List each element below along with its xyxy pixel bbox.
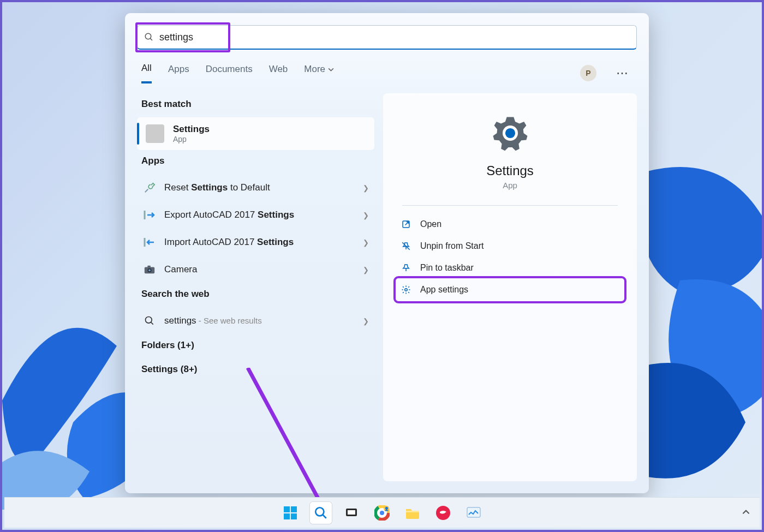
taskbar-search-button[interactable]: [309, 501, 332, 524]
svg-rect-22: [348, 510, 355, 515]
svg-text:👤: 👤: [384, 506, 389, 511]
taskview-button[interactable]: [340, 501, 363, 524]
best-match-subtitle: App: [173, 135, 210, 144]
start-button[interactable]: [279, 501, 302, 524]
explorer-icon: [405, 506, 420, 520]
section-best-match: Best match: [137, 93, 374, 117]
svg-rect-5: [147, 266, 151, 268]
app-result-label: Export AutoCAD 2017 Settings: [164, 210, 355, 220]
tab-all[interactable]: All: [141, 63, 152, 83]
action-label: App settings: [420, 285, 468, 295]
section-apps: Apps: [137, 150, 374, 174]
tab-web[interactable]: Web: [269, 64, 288, 82]
svg-point-12: [405, 289, 408, 291]
pin-icon: [401, 262, 411, 273]
chevron-down-icon: [328, 67, 334, 73]
web-result-label: settings - See web results: [164, 315, 355, 326]
chevron-right-icon: ❯: [363, 266, 369, 274]
action-label: Unpin from Start: [420, 241, 484, 251]
export-icon: [142, 208, 157, 222]
app-result-label: Reset Settings to Default: [164, 182, 355, 193]
detail-actions: Open Unpin from Start Pin to taskbar: [393, 213, 627, 301]
taskbar-explorer[interactable]: [401, 501, 424, 524]
svg-point-19: [315, 507, 324, 516]
search-tabs: All Apps Documents Web More P ⋯: [125, 55, 649, 83]
tab-apps[interactable]: Apps: [168, 64, 189, 82]
detail-separator: [402, 205, 618, 206]
svg-line-7: [151, 322, 153, 325]
best-match-item[interactable]: Settings App: [137, 117, 374, 150]
search-input[interactable]: [159, 32, 630, 43]
chevron-right-icon: ❯: [363, 238, 369, 247]
overflow-menu-button[interactable]: ⋯: [613, 66, 632, 80]
results-column: Best match Settings App Apps Reset Setti…: [137, 93, 374, 481]
import-icon: [142, 235, 157, 249]
app-result-label: Import AutoCAD 2017 Settings: [164, 237, 355, 248]
action-pin-taskbar[interactable]: Pin to taskbar: [396, 257, 624, 279]
app-result-export-autocad[interactable]: Export AutoCAD 2017 Settings ❯: [137, 201, 374, 229]
svg-rect-18: [291, 513, 297, 519]
taskbar: 👤: [4, 497, 760, 528]
detail-title: Settings: [486, 163, 534, 178]
svg-rect-31: [406, 511, 419, 512]
wrench-icon: [142, 181, 157, 195]
app-red-icon: [435, 505, 451, 521]
svg-rect-16: [291, 506, 297, 512]
section-search-web: Search the web: [137, 283, 374, 307]
camera-icon: [142, 262, 157, 277]
detail-pane: Settings App Open Unpin from Start: [383, 93, 637, 481]
best-match-title: Settings: [173, 124, 210, 135]
action-label: Open: [420, 219, 441, 229]
search-bar-container: [125, 13, 649, 55]
action-label: Pin to taskbar: [420, 263, 474, 273]
svg-rect-17: [284, 513, 290, 519]
open-icon: [401, 219, 411, 230]
search-icon: [142, 314, 157, 328]
section-folders[interactable]: Folders (1+): [137, 334, 374, 358]
svg-point-6: [146, 317, 152, 324]
taskview-icon: [344, 506, 359, 520]
start-icon: [283, 505, 298, 521]
action-app-settings[interactable]: App settings: [396, 279, 624, 301]
taskbar-show-desktop[interactable]: [742, 508, 750, 517]
monitor-icon: [466, 506, 481, 520]
taskbar-chrome[interactable]: 👤: [371, 501, 393, 524]
taskbar-monitor[interactable]: [462, 501, 485, 524]
app-result-camera[interactable]: Camera ❯: [137, 256, 374, 283]
chevron-right-icon: ❯: [363, 317, 369, 325]
chevron-right-icon: ❯: [363, 211, 369, 219]
taskbar-app-red[interactable]: [432, 501, 455, 524]
start-search-panel: All Apps Documents Web More P ⋯ Best mat…: [125, 13, 649, 493]
svg-point-0: [145, 33, 151, 39]
gear-icon: [401, 284, 411, 295]
svg-point-4: [148, 270, 151, 272]
tab-more[interactable]: More: [304, 64, 334, 82]
action-unpin-start[interactable]: Unpin from Start: [396, 235, 624, 257]
search-bar[interactable]: [137, 25, 637, 50]
search-icon: [314, 506, 328, 520]
app-result-label: Camera: [164, 264, 355, 275]
svg-rect-15: [284, 506, 290, 512]
svg-point-9: [505, 128, 515, 138]
app-result-reset-settings[interactable]: Reset Settings to Default ❯: [137, 174, 374, 201]
unpin-icon: [401, 241, 411, 252]
section-settings[interactable]: Settings (8+): [137, 358, 374, 382]
settings-gear-icon: [491, 114, 529, 152]
chevron-up-icon: [742, 508, 750, 516]
settings-app-icon: [146, 124, 164, 143]
svg-line-20: [323, 515, 326, 518]
action-open[interactable]: Open: [396, 213, 624, 235]
svg-line-1: [150, 38, 152, 40]
search-icon: [144, 32, 154, 42]
web-result-settings[interactable]: settings - See web results ❯: [137, 307, 374, 334]
chrome-icon: 👤: [374, 505, 390, 521]
tab-more-label: More: [304, 64, 325, 75]
app-result-import-autocad[interactable]: Import AutoCAD 2017 Settings ❯: [137, 229, 374, 256]
detail-subtitle: App: [503, 181, 517, 190]
user-avatar[interactable]: P: [580, 65, 596, 81]
chevron-right-icon: ❯: [363, 184, 369, 192]
tab-documents[interactable]: Documents: [206, 64, 253, 82]
